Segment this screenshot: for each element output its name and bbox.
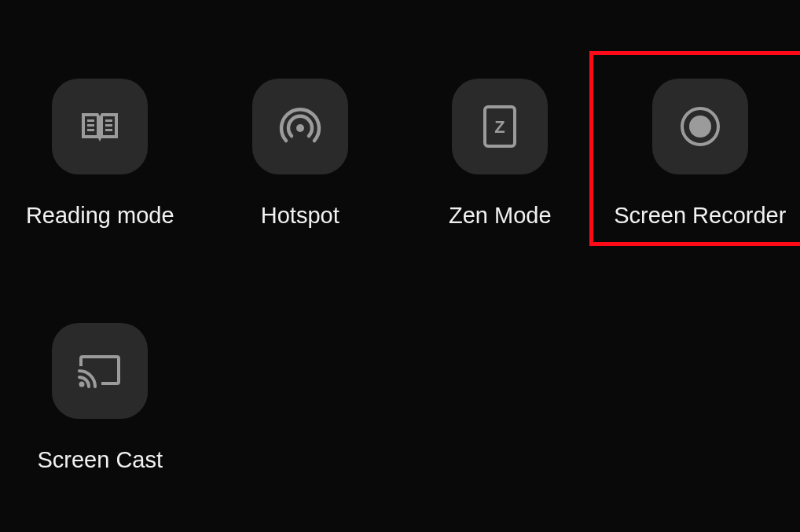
svg-rect-3 <box>105 119 112 122</box>
reading-mode-icon <box>80 107 119 146</box>
zen-mode-icon: Z <box>483 105 517 149</box>
svg-rect-0 <box>87 119 94 122</box>
tile-screen-cast: Screen Cast <box>0 323 200 473</box>
svg-point-11 <box>79 382 85 387</box>
screen-cast-icon <box>78 352 122 390</box>
tile-label: Zen Mode <box>449 203 552 229</box>
hotspot-icon <box>278 105 322 149</box>
tile-hotspot: Hotspot <box>200 79 401 229</box>
tile-hotspot-button[interactable] <box>252 79 348 174</box>
svg-point-10 <box>689 116 711 138</box>
svg-rect-2 <box>87 129 94 131</box>
tile-reading-mode-button[interactable] <box>52 79 148 174</box>
tile-label: Screen Cast <box>37 447 163 473</box>
tile-zen-mode-button[interactable]: Z <box>452 79 548 174</box>
tile-label: Hotspot <box>261 203 339 229</box>
quick-settings-panel: Reading mode Hotspot Z <box>0 0 800 473</box>
tile-reading-mode: Reading mode <box>0 79 200 229</box>
tile-screen-recorder-button[interactable] <box>652 79 748 174</box>
tile-screen-cast-button[interactable] <box>52 323 148 419</box>
svg-rect-1 <box>87 124 94 127</box>
tile-screen-recorder: Screen Recorder <box>600 79 801 229</box>
tile-label: Screen Recorder <box>614 203 786 229</box>
screen-recorder-icon <box>678 105 722 149</box>
svg-text:Z: Z <box>495 117 505 137</box>
tile-zen-mode: Z Zen Mode <box>400 79 600 229</box>
svg-rect-4 <box>105 124 112 127</box>
svg-point-6 <box>296 124 304 132</box>
tile-label: Reading mode <box>26 203 174 229</box>
svg-rect-5 <box>105 129 112 131</box>
